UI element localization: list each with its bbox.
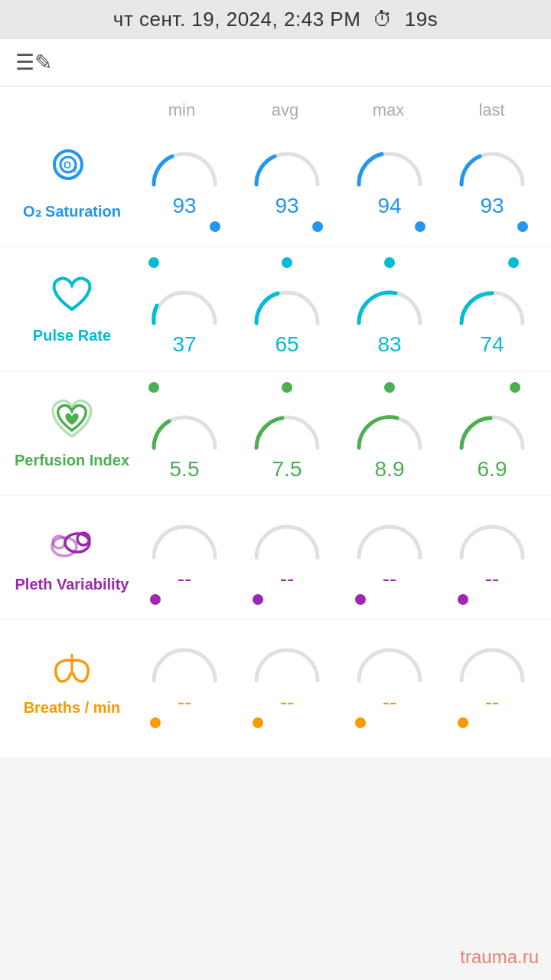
breaths-avg-value: --	[280, 690, 295, 714]
duration-text: 19s	[405, 8, 438, 31]
pulse-min-value: 37	[172, 332, 196, 357]
breaths-label: Breaths / min	[24, 698, 121, 717]
pleth-last-value: --	[485, 567, 500, 591]
o2-label: O₂ Saturation	[23, 202, 121, 220]
main-content: min avg max last O 2 O₂ Saturation	[0, 87, 551, 757]
watermark: trauma.ru	[460, 946, 539, 968]
svg-text:O: O	[64, 159, 71, 171]
pulse-max-dot	[384, 257, 395, 268]
perfusion-icon	[44, 391, 99, 446]
pleth-gauge-last: --	[450, 504, 534, 605]
pulse-gauge-max: 83	[347, 254, 432, 357]
metric-label-o2: O 2 O₂ Saturation	[11, 142, 133, 220]
pleth-avg-dot	[253, 594, 263, 605]
breaths-min-value: --	[178, 690, 192, 714]
pulse-label: Pulse Rate	[33, 326, 111, 345]
perfusion-last-value: 6.9	[478, 457, 507, 482]
pulse-gauges: 37 65 83	[133, 254, 543, 357]
pleth-gauges: -- -- -- --	[133, 504, 543, 605]
perfusion-max-dot	[384, 382, 395, 393]
perfusion-gauges: 5.5 7.5 8.9	[133, 379, 543, 482]
status-bar: чт сент. 19, 2024, 2:43 PM ⏱ 19s	[0, 0, 551, 39]
col-max: max	[337, 100, 440, 120]
pleth-gauge-max: --	[347, 504, 432, 605]
pleth-avg-value: --	[280, 567, 295, 591]
perfusion-last-dot	[510, 382, 520, 393]
breaths-gauge-last: --	[450, 627, 534, 728]
metric-row-pleth: Pleth Variability -- -- --	[0, 496, 551, 619]
o2-icon: O 2	[44, 142, 99, 198]
perfusion-label: Perfusion Index	[15, 451, 129, 469]
o2-gauge-avg: 93	[245, 131, 329, 232]
breaths-gauge-min: --	[142, 627, 227, 728]
breaths-gauge-max: --	[347, 627, 432, 728]
pulse-gauge-avg: 65	[245, 254, 329, 357]
pulse-gauge-last: 74	[450, 254, 534, 357]
pulse-last-dot	[508, 257, 519, 268]
breaths-last-value: --	[485, 690, 500, 714]
o2-gauge-max: 94	[347, 131, 432, 232]
metric-label-pulse: Pulse Rate	[11, 266, 133, 345]
pleth-gauge-avg: --	[245, 504, 329, 605]
metric-row-pulse: Pulse Rate 37 65	[0, 247, 551, 371]
perfusion-avg-dot	[282, 382, 292, 393]
col-last: last	[440, 100, 543, 120]
perfusion-avg-value: 7.5	[272, 457, 302, 482]
pleth-min-value: --	[178, 567, 192, 591]
o2-gauge-min: 93	[142, 131, 227, 232]
o2-min-value: 93	[172, 194, 196, 218]
toolbar: ☰✎	[0, 39, 551, 87]
metric-label-breaths: Breaths / min	[11, 639, 133, 717]
pleth-max-dot	[355, 594, 366, 605]
o2-max-value: 94	[377, 194, 401, 218]
perfusion-gauge-min: 5.5	[142, 379, 227, 482]
breaths-max-dot	[355, 717, 366, 728]
column-headers: min avg max last	[130, 94, 543, 123]
menu-edit-icon[interactable]: ☰✎	[15, 51, 52, 74]
perfusion-min-value: 5.5	[170, 457, 200, 482]
breaths-last-dot	[458, 717, 468, 728]
pulse-gauge-min: 37	[142, 254, 227, 357]
o2-min-dot	[210, 221, 220, 232]
pleth-label: Pleth Variability	[15, 575, 129, 593]
breaths-gauges: -- -- -- --	[133, 627, 543, 728]
perfusion-min-dot	[148, 382, 159, 393]
pulse-min-dot	[148, 257, 159, 268]
o2-max-dot	[415, 221, 425, 232]
o2-avg-value: 93	[275, 194, 298, 218]
col-min: min	[130, 100, 233, 120]
metric-label-perfusion: Perfusion Index	[11, 391, 133, 469]
o2-last-value: 93	[480, 194, 504, 218]
breaths-avg-dot	[253, 717, 263, 728]
pleth-min-dot	[150, 594, 161, 605]
svg-text:2: 2	[73, 165, 78, 174]
pulse-max-value: 83	[377, 332, 401, 357]
o2-avg-dot	[312, 221, 323, 232]
pulse-avg-value: 65	[275, 332, 298, 357]
o2-gauge-last: 93	[450, 131, 534, 232]
breaths-max-value: --	[383, 690, 397, 714]
pleth-max-value: --	[383, 567, 397, 591]
pulse-icon	[44, 266, 99, 322]
pulse-avg-dot	[282, 257, 292, 268]
pleth-icon	[44, 515, 99, 570]
metric-row-breaths: Breaths / min -- -- --	[0, 619, 551, 742]
perfusion-max-value: 8.9	[375, 457, 405, 482]
pleth-gauge-min: --	[142, 504, 227, 605]
breaths-gauge-avg: --	[245, 627, 329, 728]
o2-last-dot	[517, 221, 528, 232]
perfusion-gauge-last: 6.9	[450, 379, 534, 482]
col-avg: avg	[233, 100, 337, 120]
pleth-last-dot	[458, 594, 468, 605]
metric-row-perfusion: Perfusion Index 5.5 7.5	[0, 371, 551, 496]
perfusion-gauge-max: 8.9	[347, 379, 432, 482]
metric-row-o2: O 2 O₂ Saturation 93 93	[0, 123, 551, 247]
perfusion-gauge-avg: 7.5	[245, 379, 329, 482]
breaths-icon	[44, 639, 99, 694]
metric-label-pleth: Pleth Variability	[11, 515, 133, 593]
pulse-last-value: 74	[480, 332, 504, 357]
datetime-text: чт сент. 19, 2024, 2:43 PM	[113, 8, 360, 31]
breaths-min-dot	[150, 717, 161, 728]
o2-gauges: 93 93 94	[133, 131, 543, 232]
